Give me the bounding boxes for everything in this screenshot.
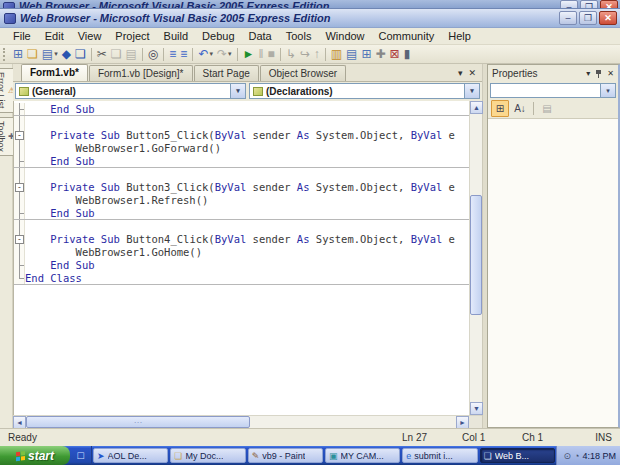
start-debug-button[interactable]: ► — [241, 46, 257, 63]
uncomment-button[interactable]: ≡ — [178, 46, 189, 63]
tray-clock-icon[interactable]: ◔ — [574, 451, 579, 461]
step-over-button[interactable]: ↪ — [298, 46, 312, 63]
collapse-minus-icon[interactable]: - — [14, 233, 25, 246]
menu-help[interactable]: Help — [441, 29, 478, 43]
restore-button[interactable]: ❐ — [579, 11, 597, 25]
step-into-button[interactable]: ↳ — [284, 46, 298, 63]
comment-button[interactable]: ≡ — [167, 46, 178, 63]
find-button[interactable]: ◎ — [146, 46, 160, 63]
menu-data[interactable]: Data — [242, 29, 279, 43]
properties-menu-icon[interactable]: ▾ — [586, 69, 590, 78]
open-file-button[interactable]: ❏ — [25, 46, 40, 63]
code-line[interactable]: End Sub — [14, 207, 469, 220]
properties-close-icon[interactable]: ✕ — [607, 69, 614, 78]
code-line[interactable]: - Private Sub Button3_Click(ByVal sender… — [14, 181, 469, 194]
task-web-b[interactable]: ❏Web B... — [480, 448, 555, 463]
code-editor[interactable]: End Sub- Private Sub Button5_Click(ByVal… — [14, 101, 469, 415]
menu-debug[interactable]: Debug — [195, 29, 241, 43]
code-line[interactable] — [14, 220, 469, 233]
close-button[interactable]: ✕ — [599, 11, 617, 25]
menu-tools[interactable]: Tools — [279, 29, 319, 43]
menu-project[interactable]: Project — [108, 29, 156, 43]
code-line[interactable]: WebBrowser1.GoHome() — [14, 246, 469, 259]
task-my-doc[interactable]: ❏My Doc... — [170, 448, 245, 463]
extension-button[interactable]: ▮ — [402, 46, 413, 63]
code-line[interactable]: End Sub — [14, 155, 469, 168]
code-line[interactable]: WebBrowser1.GoForward() — [14, 142, 469, 155]
chevron-down-icon[interactable]: ▾ — [600, 84, 615, 97]
code-line[interactable] — [14, 168, 469, 181]
code-line[interactable]: End Sub — [14, 103, 469, 116]
stop-button[interactable]: ■ — [265, 46, 276, 63]
task-submit-i[interactable]: esubmit i... — [402, 448, 477, 463]
start-button[interactable]: start — [0, 446, 70, 465]
tab-start-page[interactable]: Start Page — [194, 65, 259, 81]
chevron-down-icon[interactable]: ▾ — [230, 84, 245, 98]
menu-edit[interactable]: Edit — [38, 29, 71, 43]
chevron-down-icon[interactable]: ▾ — [228, 50, 232, 58]
new-project-button[interactable]: ⊞ — [11, 46, 25, 63]
toolbar-grip[interactable] — [3, 48, 8, 61]
scroll-up-icon[interactable]: ▲ — [470, 101, 483, 114]
minimize-button[interactable]: – — [559, 11, 577, 25]
horizontal-scroll-thumb[interactable]: ⋯ — [26, 416, 250, 428]
task-vb9-paint[interactable]: ✎vb9 - Paint — [248, 448, 323, 463]
bg-restore-button[interactable]: ❐ — [580, 0, 598, 9]
collapse-minus-icon[interactable]: - — [14, 181, 25, 194]
vertical-scrollbar[interactable]: ▲ ▼ — [469, 101, 482, 415]
bg-minimize-button[interactable]: – — [560, 0, 578, 9]
quick-launch[interactable]: ☐ — [70, 446, 92, 465]
error-list-button[interactable]: ⊠ — [388, 46, 402, 63]
undo-button[interactable]: ↶▾ — [196, 46, 215, 63]
tab-close-icon[interactable]: ✕ — [468, 68, 476, 78]
tab-object-browser[interactable]: Object Browser — [260, 65, 346, 81]
step-out-button[interactable]: ↑ — [312, 46, 322, 63]
menu-view[interactable]: View — [71, 29, 109, 43]
menu-community[interactable]: Community — [372, 29, 442, 43]
redo-button[interactable]: ↷▾ — [215, 46, 234, 63]
properties-grid[interactable] — [488, 119, 618, 427]
scroll-down-icon[interactable]: ▼ — [470, 402, 483, 415]
vertical-scroll-thumb[interactable] — [470, 195, 482, 314]
categorized-button[interactable]: ⊞ — [491, 100, 509, 117]
toolbox-button[interactable]: ✚ — [374, 46, 388, 63]
menu-file[interactable]: File — [6, 29, 38, 43]
copy-button[interactable]: ❏ — [109, 46, 124, 63]
alphabetical-button[interactable]: A↓ — [511, 100, 529, 117]
properties-titlebar[interactable]: Properties ▾ ✕ — [488, 65, 618, 82]
tray-icon[interactable]: ⊙ — [563, 451, 571, 461]
chevron-down-icon[interactable]: ▾ — [209, 50, 213, 58]
save-button[interactable]: ◆ — [60, 46, 73, 63]
property-pages-button[interactable]: ▤ — [538, 100, 556, 117]
object-browser-button[interactable]: ⊞ — [359, 46, 373, 63]
menu-window[interactable]: Window — [318, 29, 371, 43]
object-dropdown[interactable]: ▾ — [490, 83, 616, 98]
pin-icon[interactable] — [595, 69, 602, 78]
chevron-down-icon[interactable]: ▾ — [54, 50, 58, 58]
code-line[interactable] — [14, 116, 469, 129]
bg-close-button[interactable]: ✕ — [600, 0, 618, 9]
add-new-item-button[interactable]: ▤▾ — [40, 46, 60, 63]
task-aol-de[interactable]: ➤AOL De... — [93, 448, 168, 463]
code-line[interactable]: - Private Sub Button5_Click(ByVal sender… — [14, 129, 469, 142]
code-line[interactable]: End Class — [14, 272, 469, 285]
collapse-minus-icon[interactable]: - — [14, 129, 25, 142]
tab-scroll-menu-icon[interactable]: ▾ — [458, 68, 463, 78]
code-line[interactable]: WebBrowser1.Refresh() — [14, 194, 469, 207]
paste-button[interactable]: ▤ — [124, 46, 139, 63]
task-my-cam[interactable]: ▣MY CAM... — [325, 448, 400, 463]
horizontal-scrollbar[interactable]: ◄ ⋯ ► — [13, 415, 482, 428]
code-line[interactable]: End Sub — [14, 259, 469, 272]
tab-form1-vb[interactable]: Form1.vb* — [21, 64, 88, 81]
menu-build[interactable]: Build — [157, 29, 195, 43]
code-line[interactable]: - Private Sub Button4_Click(ByVal sender… — [14, 233, 469, 246]
save-all-button[interactable]: ❏ — [73, 46, 88, 63]
solution-explorer-button[interactable]: ▥ — [329, 46, 344, 63]
members-dropdown[interactable]: (Declarations) ▾ — [249, 83, 480, 99]
tab-form1-vb-design[interactable]: Form1.vb [Design]* — [89, 65, 193, 81]
horizontal-scroll-track[interactable]: ⋯ — [26, 416, 456, 428]
properties-window-button[interactable]: ▤ — [344, 46, 359, 63]
chevron-down-icon[interactable]: ▾ — [464, 84, 479, 98]
pause-button[interactable]: ‖ — [256, 46, 265, 63]
types-dropdown[interactable]: (General) ▾ — [15, 83, 246, 99]
